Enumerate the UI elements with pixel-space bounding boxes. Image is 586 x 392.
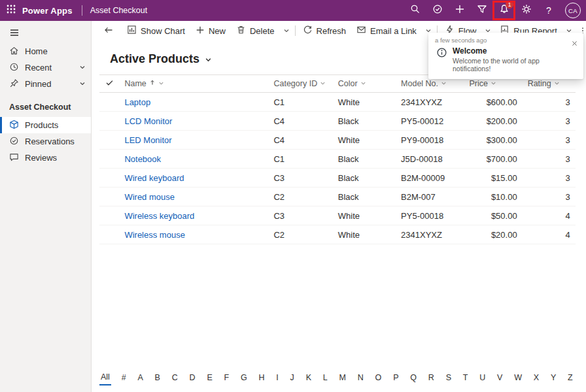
jump-letter[interactable]: Y (549, 371, 557, 385)
row-select-cell[interactable] (99, 150, 119, 169)
jump-letter[interactable]: L (322, 371, 329, 385)
sidebar-item-pinned[interactable]: Pinned (0, 76, 91, 92)
row-select-cell[interactable] (99, 112, 119, 131)
product-link[interactable]: Wired mouse (124, 192, 175, 202)
visual-filter-button[interactable] (426, 0, 449, 21)
cell-model: B2M-007 (396, 188, 464, 206)
sidebar-item-reviews[interactable]: Reviews (0, 150, 91, 166)
jump-letter[interactable]: J (289, 371, 296, 385)
jump-all[interactable]: All (99, 370, 111, 385)
sidebar-item-recent[interactable]: Recent (0, 59, 91, 76)
settings-button[interactable] (515, 0, 538, 21)
jump-letter[interactable]: P (392, 371, 400, 385)
product-link[interactable]: Wireless keyboard (124, 211, 194, 221)
refresh-button[interactable]: Refresh (298, 21, 352, 41)
jump-letter[interactable]: E (205, 371, 213, 385)
product-link[interactable]: Notebook (124, 154, 161, 164)
table-row[interactable]: LED MonitorC4WhitePY9-00018$300.003 (99, 131, 576, 150)
jump-letter[interactable]: S (445, 371, 453, 385)
table-row[interactable]: LCD MonitorC4BlackPY5-00012$200.003 (99, 112, 576, 131)
product-link[interactable]: LED Monitor (124, 135, 171, 145)
table-row[interactable]: NotebookC1BlackJ5D-00018$700.003 (99, 150, 576, 169)
column-header-category[interactable]: Category ID (268, 75, 332, 93)
delete-button[interactable]: Delete (231, 21, 280, 41)
close-icon[interactable] (570, 37, 579, 51)
row-select-cell[interactable] (99, 169, 119, 188)
sitemap-toggle-button[interactable] (0, 24, 26, 43)
jump-letter[interactable]: I (275, 371, 279, 385)
table-row[interactable]: Wireless keyboardC3WhitePY5-00018$50.004 (99, 206, 576, 225)
back-button[interactable] (95, 21, 122, 41)
row-select-cell[interactable] (99, 225, 119, 244)
row-select-cell[interactable] (99, 131, 119, 150)
brand-title[interactable]: Power Apps (22, 6, 73, 16)
alphabet-jump-bar: All # A B C D E F G H I J K L M N O P Q … (99, 370, 574, 385)
pin-icon (9, 78, 19, 90)
top-app-bar: Power Apps Asset Checkout 1 ? CA (0, 0, 586, 21)
quick-create-button[interactable] (449, 0, 471, 21)
jump-letter[interactable]: G (239, 371, 249, 385)
chevron-down-icon (158, 79, 164, 88)
table-row[interactable]: LaptopC1White2341XYXZ$600.003 (99, 93, 576, 112)
jump-letter[interactable]: Z (566, 371, 574, 385)
table-row[interactable]: Wired mouseC2BlackB2M-007$10.003 (99, 188, 576, 206)
chevron-down-icon (554, 79, 560, 88)
jump-letter[interactable]: Q (409, 371, 418, 385)
jump-letter[interactable]: A (136, 371, 144, 385)
delete-dropdown-chevron[interactable] (280, 21, 293, 41)
sidebar-item-reservations[interactable]: Reservations (0, 133, 91, 150)
search-button[interactable] (404, 0, 426, 21)
jump-letter[interactable]: N (356, 371, 365, 385)
jump-letter[interactable]: D (188, 371, 197, 385)
clock-icon (9, 62, 19, 74)
jump-letter[interactable]: T (462, 371, 470, 385)
cell-price: $300.00 (464, 131, 522, 150)
sidebar-item-home[interactable]: Home (0, 43, 91, 59)
jump-letter[interactable]: X (532, 371, 540, 385)
jump-letter[interactable]: W (513, 371, 523, 385)
cell-model: J5D-00018 (396, 150, 464, 169)
jump-letter[interactable]: H (258, 371, 266, 385)
row-select-cell[interactable] (99, 188, 119, 206)
check-circle-icon (9, 136, 19, 148)
show-chart-button[interactable]: Show Chart (122, 21, 190, 41)
chevron-down-icon (205, 53, 212, 67)
jump-letter[interactable]: U (478, 371, 487, 385)
jump-letter[interactable]: K (305, 371, 313, 385)
new-button[interactable]: New (190, 21, 231, 41)
account-button[interactable]: CA (560, 0, 586, 21)
cell-category: C3 (268, 169, 332, 188)
table-row[interactable]: Wired keyboardC3BlackB2M-00009$15.003 (99, 169, 576, 188)
product-link[interactable]: Laptop (124, 97, 150, 107)
jump-letter[interactable]: B (154, 371, 162, 385)
jump-letter[interactable]: M (338, 371, 347, 385)
row-select-cell[interactable] (99, 93, 119, 112)
table-row[interactable]: Wireless mouseC2White2341XYXZ$20.004 (99, 225, 576, 244)
product-link[interactable]: Wireless mouse (124, 230, 184, 240)
delete-label: Delete (250, 26, 275, 36)
notifications-button[interactable]: 1 (493, 0, 515, 21)
app-name[interactable]: Asset Checkout (90, 6, 148, 15)
product-link[interactable]: Wired keyboard (124, 173, 184, 183)
app-launcher-button[interactable] (0, 0, 22, 21)
notification-badge: 1 (506, 1, 513, 8)
select-all-header[interactable] (99, 75, 119, 93)
email-link-button[interactable]: Email a Link (351, 21, 422, 41)
jump-letter[interactable]: R (427, 371, 436, 385)
cell-rating: 3 (523, 150, 576, 169)
column-header-color[interactable]: Color (333, 75, 396, 93)
jump-letter[interactable]: C (171, 371, 179, 385)
cell-color: Black (333, 188, 396, 206)
row-select-cell[interactable] (99, 206, 119, 225)
help-button[interactable]: ? (538, 0, 560, 21)
jump-letter[interactable]: V (496, 371, 504, 385)
jump-letter[interactable]: O (374, 371, 383, 385)
jump-letter[interactable]: # (120, 371, 128, 385)
cell-model: B2M-00009 (396, 169, 464, 188)
jump-letter[interactable]: F (223, 371, 231, 385)
circle-check-icon (432, 4, 443, 17)
filter-button[interactable] (471, 0, 493, 21)
column-header-name[interactable]: Name (119, 75, 268, 93)
sidebar-item-products[interactable]: Products (0, 117, 91, 133)
product-link[interactable]: LCD Monitor (124, 116, 172, 126)
